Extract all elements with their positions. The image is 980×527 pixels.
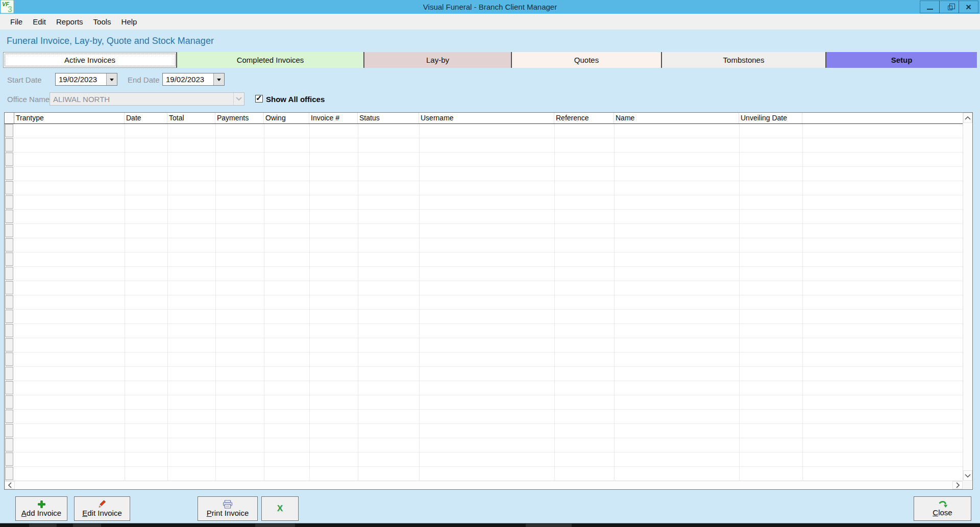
row-selector[interactable] [5,467,13,480]
row-selector[interactable] [5,310,13,323]
horizontal-scrollbar[interactable] [5,481,963,489]
menu-reports[interactable]: Reports [51,15,88,28]
end-date-dropdown-icon[interactable] [213,73,224,85]
table-row[interactable] [5,181,963,195]
office-name-select[interactable]: ALIWAL NORTH [50,92,244,106]
row-selector[interactable] [5,138,13,152]
column-header-payments[interactable]: Payments [215,113,264,123]
table-row[interactable] [5,381,963,395]
row-selector[interactable] [5,324,13,337]
column-header-username[interactable]: Username [419,113,554,123]
filter-panel: Start Date 19/02/2023 End Date 19/02/202… [0,68,980,112]
table-row[interactable] [5,267,963,281]
column-header-status[interactable]: Status [358,113,419,123]
table-row[interactable] [5,310,963,324]
menu-file[interactable]: File [5,15,28,28]
restore-button[interactable] [939,1,959,13]
table-row[interactable] [5,338,963,353]
tab-tombstones[interactable]: Tombstones [662,52,826,68]
scroll-down-button[interactable] [963,470,972,481]
column-header-name[interactable]: Name [614,113,739,123]
end-date-input[interactable]: 19/02/2023 [162,73,225,86]
menu-help[interactable]: Help [116,15,142,28]
table-row[interactable] [5,467,963,481]
column-header-trantype[interactable]: Trantype [14,113,125,123]
row-selector[interactable] [5,395,13,409]
row-selector[interactable] [5,153,13,166]
column-header-invoice-[interactable]: Invoice # [309,113,358,123]
row-selector[interactable] [5,167,13,180]
show-all-offices-checkbox[interactable]: ✓ [255,95,263,103]
table-row[interactable] [5,167,963,181]
row-selector[interactable] [5,453,13,466]
row-selector[interactable] [5,381,13,394]
table-row[interactable] [5,153,963,167]
table-row[interactable] [5,353,963,367]
table-row[interactable] [5,367,963,381]
page-header: Funeral Invoice, Lay-by, Quote and Stock… [0,30,980,52]
minimize-button[interactable] [920,1,940,13]
row-selector[interactable] [5,353,13,366]
checkmark-icon: ✓ [256,93,262,103]
row-selector[interactable] [5,124,13,137]
tab-active-invoices[interactable]: Active Invoices [3,52,177,68]
row-selector[interactable] [5,224,13,237]
row-selector[interactable] [5,281,13,294]
table-row[interactable] [5,238,963,253]
table-row[interactable] [5,424,963,438]
table-row[interactable] [5,253,963,267]
table-row[interactable] [5,124,963,138]
row-selector[interactable] [5,210,13,223]
column-header-unveiling-date[interactable]: Unveiling Date [739,113,802,123]
table-row[interactable] [5,281,963,295]
tab-setup[interactable]: Setup [826,52,977,68]
close-window-button[interactable]: × [959,1,978,13]
scroll-up-button[interactable] [963,113,972,123]
row-selector[interactable] [5,195,13,209]
add-invoice-button[interactable]: Add Invoice [15,496,67,521]
column-header-reference[interactable]: Reference [554,113,614,123]
table-row[interactable] [5,138,963,153]
row-selector[interactable] [5,181,13,194]
tab-quotes[interactable]: Quotes [512,52,662,68]
table-row[interactable] [5,410,963,424]
row-selector[interactable] [5,410,13,423]
column-header-date[interactable]: Date [125,113,167,123]
table-row[interactable] [5,224,963,238]
table-row[interactable] [5,295,963,310]
row-selector[interactable] [5,338,13,352]
export-excel-button[interactable]: X [261,496,299,521]
start-date-input[interactable]: 19/02/2023 [55,73,117,86]
tab-completed-invoices[interactable]: Completed Invoices [177,52,364,68]
start-date-dropdown-icon[interactable] [106,73,117,85]
print-invoice-button[interactable]: Print Invoice [198,496,258,521]
end-date-value: 19/02/2023 [163,75,213,84]
row-selector[interactable] [5,267,13,280]
column-header-total[interactable]: Total [167,113,215,123]
table-body[interactable] [5,124,963,481]
scroll-left-button[interactable] [5,481,15,489]
table-row[interactable] [5,324,963,338]
table-row[interactable] [5,453,963,467]
table-row[interactable] [5,395,963,410]
plus-icon [37,500,46,509]
table-row[interactable] [5,210,963,224]
table-row[interactable] [5,195,963,210]
row-selector[interactable] [5,238,13,252]
close-button[interactable]: Close [914,496,971,521]
action-bar: Add Invoice Edit Invoice Print Invoice X… [0,490,980,523]
edit-invoice-button[interactable]: Edit Invoice [74,496,130,521]
menu-edit[interactable]: Edit [28,15,51,28]
table-row[interactable] [5,438,963,453]
tab-lay-by[interactable]: Lay-by [364,52,512,68]
row-selector[interactable] [5,438,13,451]
column-header-owing[interactable]: Owing [264,113,309,123]
row-selector[interactable] [5,424,13,437]
menu-tools[interactable]: Tools [88,15,116,28]
scroll-right-button[interactable] [952,481,963,489]
row-selector[interactable] [5,295,13,309]
row-selector[interactable] [5,253,13,266]
row-selector[interactable] [5,367,13,380]
vertical-scrollbar[interactable] [963,113,972,481]
printer-icon [222,500,233,509]
